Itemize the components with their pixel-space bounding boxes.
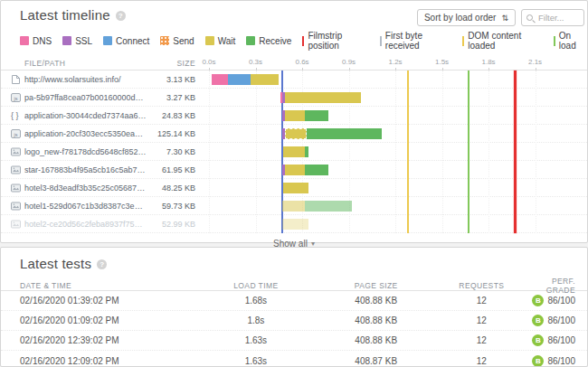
help-icon[interactable]: ? <box>97 259 107 269</box>
waterfall-row[interactable]: hotel1-529d067c1b3d8387c3e75126e8f9a73e3… <box>1 197 587 215</box>
test-datetime: 02/16/2020 01:09:02 PM <box>1 315 194 325</box>
file-size: 61.95 KB <box>151 165 204 174</box>
file-path: pa-5b97ffa8cea07b00160000d2.js <box>24 93 151 102</box>
file-path-column-header: FILE/PATH <box>24 59 151 68</box>
wait-segment <box>285 92 361 103</box>
legend-label: DNS <box>33 36 52 46</box>
request-bar <box>204 107 587 124</box>
js-file-icon: js <box>11 92 21 103</box>
request-bar <box>204 179 587 196</box>
receive-segment <box>305 110 328 121</box>
file-size: 7.30 KB <box>151 147 204 156</box>
waterfall-rows: http://www.solarsuites.info/3.13 KBjspa-… <box>1 71 587 233</box>
file-size: 24.83 KB <box>151 111 204 120</box>
tests-header: Latest tests ? <box>1 248 587 271</box>
wait-segment <box>283 183 308 193</box>
page: Latest timeline ? Sort by load order ⇅ D… <box>0 0 588 367</box>
receive-segment <box>305 201 352 212</box>
file-icon-cell: { } <box>1 111 24 120</box>
legend-label: On load <box>559 31 587 51</box>
tests-column-header: REQUESTS <box>435 281 529 290</box>
legend-label: Wait <box>218 36 236 46</box>
test-datetime: 02/16/2020 01:39:02 PM <box>1 296 194 306</box>
axis-tick-label: 1.5s <box>435 58 449 66</box>
request-bar <box>204 161 587 178</box>
legend-item: Receive <box>246 36 291 46</box>
image-file-icon <box>11 183 21 193</box>
waterfall-row[interactable]: hotel2-ce20d56c2feba8937f75ca5858b3410c7… <box>1 215 587 233</box>
file-path: application-30044cded7374aa68af9334504e6… <box>24 111 151 120</box>
waterfall-row[interactable]: { }application-30044cded7374aa68af933450… <box>1 107 587 125</box>
legend-swatch-icon <box>205 36 214 45</box>
legend-item: DOM content loaded <box>462 31 543 51</box>
legend-swatch-icon <box>20 36 29 45</box>
test-datetime: 02/16/2020 12:09:02 PM <box>1 356 194 366</box>
test-page-size: 408.88 KB <box>318 296 435 306</box>
grade-badge: B <box>532 355 544 367</box>
row-timeline <box>204 71 587 88</box>
legend-swatch-icon <box>62 36 71 45</box>
filter-input[interactable] <box>522 10 583 25</box>
request-bar <box>204 143 587 160</box>
axis-tick-label: 0.6s <box>295 58 308 66</box>
file-icon-cell <box>1 183 24 193</box>
tests-column-headers: DATE & TIMELOAD TIMEPAGE SIZEREQUESTSPER… <box>1 277 587 291</box>
grade-badge: B <box>532 334 544 346</box>
legend-item: Send <box>160 36 194 46</box>
timeline-header: Latest timeline ? Sort by load order ⇅ <box>1 1 587 26</box>
wait-segment <box>282 201 306 212</box>
test-row: 02/16/2020 12:09:02 PM1.63s408.87 KB12B8… <box>1 351 587 367</box>
file-size: 3.27 KB <box>151 93 204 102</box>
svg-text:js: js <box>14 95 18 100</box>
wait-segment <box>285 110 305 121</box>
axis-tick-label: 0.0s <box>202 58 215 66</box>
legend-item: Filmstrip position <box>302 31 368 51</box>
time-axis: 0.0s0.3s0.6s0.9s1.2s1.5s1.8s2.1s <box>204 57 587 70</box>
connect-segment <box>228 74 251 85</box>
legend-label: Receive <box>259 36 291 46</box>
size-column-header: SIZE <box>151 59 204 68</box>
file-icon-cell <box>1 146 24 157</box>
legend-item: Wait <box>205 36 236 46</box>
sort-arrows-icon: ⇅ <box>501 14 508 23</box>
tests-column-header: DATE & TIME <box>1 281 194 290</box>
test-perf-grade: B86/100 <box>528 295 587 306</box>
grade-badge: B <box>532 295 544 306</box>
wait-segment <box>285 165 305 175</box>
file-path: star-167883b4f95a5cb16c5ab7aa322ab69af0f… <box>24 165 151 174</box>
dns-segment <box>212 74 227 85</box>
waterfall-row[interactable]: http://www.solarsuites.info/3.13 KB <box>1 71 587 89</box>
waterfall-row[interactable]: jspa-5b97ffa8cea07b00160000d2.js3.27 KB <box>1 89 587 107</box>
latest-timeline-section: Latest timeline ? Sort by load order ⇅ D… <box>0 0 588 243</box>
file-path: hotel2-ce20d56c2feba8937f75ca5858b3410c7… <box>24 220 151 229</box>
file-icon-cell <box>1 201 24 212</box>
tests-column-header: PERF. GRADE <box>528 277 587 295</box>
request-bar <box>204 197 587 214</box>
grade-score: 86/100 <box>547 315 575 325</box>
image-file-icon <box>11 146 21 157</box>
row-timeline <box>204 89 587 106</box>
file-path: hotel1-529d067c1b3d8387c3e75126e8f9a73e3… <box>24 202 151 211</box>
sort-order-dropdown[interactable]: Sort by load order ⇅ <box>417 9 516 26</box>
waterfall-row[interactable]: star-167883b4f95a5cb16c5ab7aa322ab69af0f… <box>1 161 587 179</box>
file-size: 125.14 KB <box>151 129 204 138</box>
test-datetime: 02/16/2020 12:39:02 PM <box>1 335 194 345</box>
legend-line-icon <box>302 36 304 46</box>
axis-tick-label: 1.2s <box>388 58 402 66</box>
legend-item: First byte received <box>380 31 451 51</box>
html-file-icon <box>11 74 21 85</box>
request-bar <box>204 215 587 232</box>
image-file-icon <box>11 201 21 212</box>
legend-label: Send <box>173 36 194 46</box>
waterfall-row[interactable]: jsapplication-20cf303ecc5350eae60aa168d2… <box>1 125 587 143</box>
test-page-size: 408.88 KB <box>318 335 435 345</box>
help-icon[interactable]: ? <box>116 11 126 21</box>
file-size: 52.99 KB <box>151 220 204 229</box>
filter-box <box>521 9 584 26</box>
tests-title: Latest tests <box>20 256 91 271</box>
test-row: 02/16/2020 01:09:02 PM1.8s408.88 KB12B86… <box>1 311 587 331</box>
waterfall-row[interactable]: hotel3-8d3eadf3b35c25c05687a7094d1ccd0c8… <box>1 179 587 197</box>
legend-swatch-icon <box>160 36 169 45</box>
test-perf-grade: B86/100 <box>528 355 587 367</box>
waterfall-row[interactable]: logo_new-f78178dcd5648cf852de92bd9ab7c68… <box>1 143 587 161</box>
